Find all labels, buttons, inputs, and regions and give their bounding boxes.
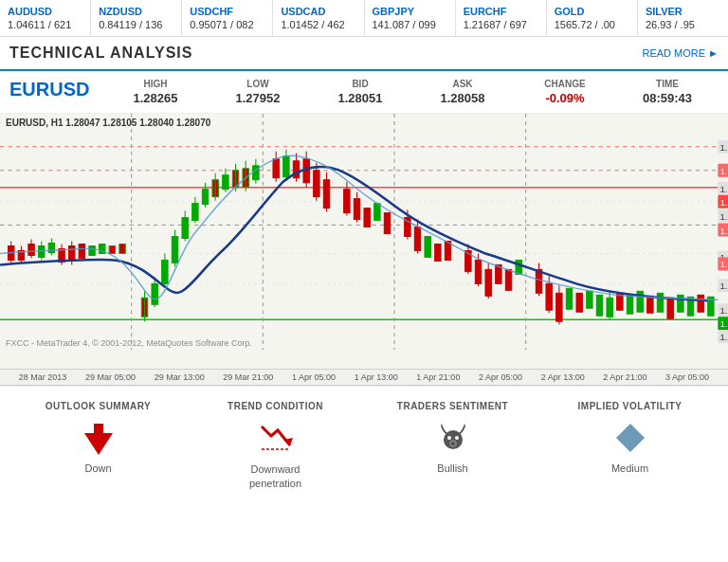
time-label-8: 2 Apr 13:00 bbox=[541, 372, 585, 382]
chart-svg: 1.28785 1.28650 1.28609 1.28515 1.28443 … bbox=[0, 114, 728, 369]
ticker-item-audusd[interactable]: AUDUSD 1.04611 / 621 bbox=[0, 0, 91, 36]
bull-icon bbox=[434, 419, 472, 457]
svg-rect-74 bbox=[384, 213, 390, 234]
svg-rect-107 bbox=[657, 293, 663, 312]
time-label-2: 29 Mar 13:00 bbox=[155, 372, 205, 382]
svg-rect-98 bbox=[576, 293, 582, 312]
time-label-5: 1 Apr 13:00 bbox=[355, 372, 398, 382]
indicator-outlook-label: OUTLOOK SUMMARY bbox=[14, 401, 182, 411]
svg-text:1.27825: 1.27825 bbox=[719, 306, 728, 316]
svg-marker-139 bbox=[84, 433, 113, 455]
ticker-value-usdcad: 1.01452 / 462 bbox=[281, 19, 355, 30]
time-axis: 28 Mar 201329 Mar 05:0029 Mar 13:0029 Ma… bbox=[0, 370, 728, 386]
ticker-item-silver[interactable]: SILVER 26.93 / .95 bbox=[638, 0, 728, 36]
stat-high: HIGH 1.28265 bbox=[104, 79, 207, 105]
indicators-row: OUTLOOK SUMMARY Down TREND CONDITION Dow… bbox=[0, 386, 728, 501]
indicator-trend-value: Downwardpenetration bbox=[191, 462, 359, 492]
time-label-7: 2 Apr 05:00 bbox=[479, 372, 522, 382]
ticker-item-nzdusd[interactable]: NZDUSD 0.84119 / 136 bbox=[91, 0, 182, 36]
svg-text:1.28609: 1.28609 bbox=[719, 167, 728, 176]
time-label-0: 28 Mar 2013 bbox=[19, 372, 67, 382]
svg-rect-80 bbox=[435, 244, 441, 261]
indicator-outlook-value: Down bbox=[14, 462, 182, 474]
ticker-item-gold[interactable]: GOLD 1565.72 / .00 bbox=[547, 0, 638, 36]
svg-rect-140 bbox=[94, 424, 103, 435]
svg-text:1.28515: 1.28515 bbox=[719, 185, 728, 194]
ticker-label-usdcad: USDCAD bbox=[281, 6, 355, 17]
svg-rect-106 bbox=[647, 296, 653, 313]
ticker-value-audusd: 1.04611 / 621 bbox=[8, 19, 82, 30]
stat-ask: ASK 1.28058 bbox=[411, 79, 514, 105]
indicator-volatility-value: Medium bbox=[546, 462, 714, 474]
svg-rect-97 bbox=[566, 288, 572, 309]
time-label-10: 3 Apr 05:00 bbox=[665, 372, 709, 382]
ticker-label-gold: GOLD bbox=[555, 6, 629, 17]
svg-text:1.28070: 1.28070 bbox=[719, 261, 728, 270]
time-label-6: 1 Apr 21:00 bbox=[416, 372, 460, 382]
svg-text:1.27690: 1.27690 bbox=[719, 333, 728, 342]
indicator-trend-label: TREND CONDITION bbox=[191, 401, 359, 411]
svg-rect-99 bbox=[587, 291, 592, 308]
time-label-9: 2 Apr 21:00 bbox=[603, 372, 646, 382]
indicator-volatility: IMPLIED VOLATILITY Medium bbox=[541, 401, 719, 492]
indicator-trend: TREND CONDITION Downwardpenetration bbox=[187, 401, 364, 492]
instrument-stats: HIGH 1.28265 LOW 1.27952 BID 1.28051 ASK… bbox=[104, 79, 719, 105]
ticker-item-usdchf[interactable]: USDCHF 0.95071 / 082 bbox=[182, 0, 273, 36]
diamond-icon bbox=[611, 419, 649, 457]
stat-low: LOW 1.27952 bbox=[207, 79, 309, 105]
svg-rect-109 bbox=[678, 295, 683, 312]
svg-rect-79 bbox=[425, 237, 430, 258]
ticker-item-eurchf[interactable]: EURCHF 1.21687 / 697 bbox=[456, 0, 547, 36]
ticker-value-nzdusd: 0.84119 / 136 bbox=[99, 19, 173, 30]
chart-copyright: FXCC - MetaTrader 4, © 2001-2012, MetaQu… bbox=[6, 338, 252, 348]
indicator-outlook: OUTLOOK SUMMARY Down bbox=[9, 401, 187, 492]
svg-text:1.28785: 1.28785 bbox=[719, 143, 728, 153]
svg-text:1.27945: 1.27945 bbox=[719, 282, 728, 292]
section-header: TECHNICAL ANALYSIS READ MORE ► bbox=[0, 37, 728, 71]
section-title: TECHNICAL ANALYSIS bbox=[9, 45, 192, 62]
svg-rect-89 bbox=[505, 269, 511, 290]
svg-text:1.27777: 1.27777 bbox=[719, 319, 728, 329]
svg-rect-72 bbox=[364, 208, 370, 227]
ticker-label-usdchf: USDCHF bbox=[190, 6, 264, 17]
indicator-sentiment: TRADERS SENTIMENT Bullish bbox=[364, 401, 541, 492]
ticker-value-usdchf: 0.95071 / 082 bbox=[190, 19, 264, 30]
svg-rect-31 bbox=[119, 244, 125, 253]
ticker-value-eurchf: 1.21687 / 697 bbox=[464, 19, 538, 30]
instrument-header: EURUSD HIGH 1.28265 LOW 1.27952 BID 1.28… bbox=[0, 71, 728, 114]
svg-rect-27 bbox=[79, 244, 84, 258]
svg-rect-30 bbox=[109, 245, 115, 253]
chart-container: EURUSD, H1 1.28047 1.28105 1.28040 1.280… bbox=[0, 114, 728, 370]
indicator-sentiment-value: Bullish bbox=[369, 462, 537, 474]
svg-rect-73 bbox=[374, 204, 380, 221]
svg-rect-108 bbox=[667, 298, 673, 318]
ticker-label-eurchf: EURCHF bbox=[464, 6, 538, 17]
trend-down-icon bbox=[257, 419, 295, 457]
indicator-sentiment-label: TRADERS SENTIMENT bbox=[369, 401, 537, 411]
svg-point-144 bbox=[447, 436, 451, 440]
svg-rect-0 bbox=[0, 114, 728, 369]
stat-change: CHANGE -0.09% bbox=[514, 79, 616, 105]
ticker-value-gbpjpy: 141.087 / 099 bbox=[373, 19, 447, 30]
read-more-link[interactable]: READ MORE ► bbox=[642, 47, 719, 59]
time-label-1: 29 Mar 05:00 bbox=[85, 372, 136, 382]
svg-rect-104 bbox=[627, 295, 632, 314]
svg-rect-28 bbox=[89, 245, 95, 255]
svg-point-145 bbox=[455, 436, 459, 440]
ticker-bar: AUDUSD 1.04611 / 621NZDUSD 0.84119 / 136… bbox=[0, 0, 728, 37]
down-arrow-icon bbox=[80, 419, 118, 457]
svg-rect-100 bbox=[596, 295, 602, 316]
ticker-label-nzdusd: NZDUSD bbox=[99, 6, 173, 17]
ticker-item-gbpjpy[interactable]: GBPJPY 141.087 / 099 bbox=[365, 0, 456, 36]
ticker-value-gold: 1565.72 / .00 bbox=[555, 19, 629, 30]
ticker-label-gbpjpy: GBPJPY bbox=[373, 6, 447, 17]
ticker-item-usdcad[interactable]: USDCAD 1.01452 / 462 bbox=[273, 0, 364, 36]
svg-text:1.28375: 1.28375 bbox=[719, 212, 728, 222]
svg-text:1.28268: 1.28268 bbox=[719, 227, 728, 236]
ticker-value-silver: 26.93 / .95 bbox=[646, 19, 720, 30]
chart-label: EURUSD, H1 1.28047 1.28105 1.28040 1.280… bbox=[6, 118, 210, 128]
ticker-label-audusd: AUDUSD bbox=[8, 6, 82, 17]
indicator-volatility-label: IMPLIED VOLATILITY bbox=[546, 401, 714, 411]
svg-rect-111 bbox=[698, 295, 703, 312]
time-label-4: 1 Apr 05:00 bbox=[292, 372, 336, 382]
